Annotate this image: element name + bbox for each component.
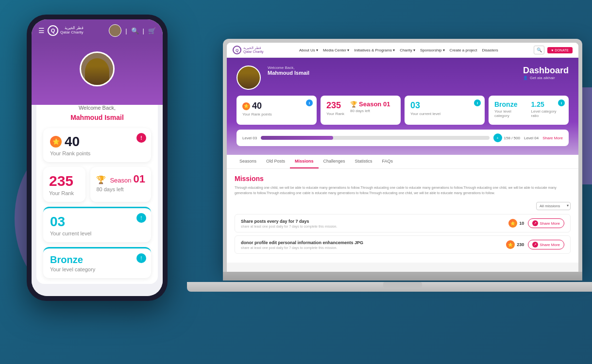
mission-1-right: ⭐ 10 ↗ Share More (508, 218, 564, 228)
level-info-badge[interactable]: ! (136, 213, 146, 223)
missions-filter: All missions Active Completed ▾ (235, 200, 571, 210)
progress-share-more[interactable]: Share More (542, 136, 563, 140)
dash-bronze-ratio-card: Bronze Your level category 1.25 Level ca… (489, 96, 569, 125)
nav-disasters[interactable]: Disasters (482, 48, 498, 52)
nav-initiatives[interactable]: Initiatives & Programs ▾ (354, 48, 395, 52)
dash-level: 03 (410, 100, 479, 111)
dashboard-user-info: Welcome Back, Mahmoud Ismail (268, 66, 309, 76)
tab-old-posts[interactable]: Old Posts (261, 155, 290, 168)
dash-season: Season 01 (359, 100, 390, 108)
dash-info-3[interactable]: i (558, 99, 565, 106)
progress-fill (261, 136, 333, 140)
progress-card: Level 03 + 158 / 500 Level 04 Share More (237, 130, 569, 146)
medal-icon: ⭐ (50, 136, 62, 148)
welcome-text: Welcome Back, (43, 105, 151, 111)
share-icon-1: ↗ (532, 220, 538, 226)
dashboard-avatar (237, 66, 261, 90)
nav-sponsorship[interactable]: Sponsorship ▾ (420, 48, 445, 52)
rank-number: 235 (49, 173, 80, 189)
mission-1-share-btn[interactable]: ↗ Share More (528, 218, 564, 228)
missions-section: Missions Through educating one child, we… (227, 169, 578, 263)
tab-statistics[interactable]: Statistics (350, 155, 377, 168)
laptop-search[interactable]: 🔍 (534, 46, 544, 54)
donate-label: DONATE (555, 49, 569, 52)
dashboard-subtitle: 👤 Get ala alkhair (523, 76, 569, 80)
phone-purple-section (32, 42, 163, 105)
dashboard-title-area: Dashboard 👤 Get ala alkhair (523, 66, 569, 80)
laptop-nav-items: About Us ▾ Media Center ▾ Initiatives & … (299, 48, 498, 52)
medal-sm-icon: ⭐ (242, 102, 250, 110)
nav-media[interactable]: Media Center ▾ (323, 48, 349, 52)
season-inner: 🏆 Season 01 (350, 100, 390, 108)
phone-header-left: ☰ Q قطر الخيرية Qatar Charity (38, 25, 84, 36)
search-icon[interactable]: 🔍 (131, 27, 139, 34)
tab-missions[interactable]: Missions (290, 155, 319, 168)
bronze-label: Your level category (50, 266, 144, 272)
points-circle-2: ⭐ (506, 240, 515, 249)
heart-icon: ♥ (551, 49, 553, 52)
info-badge[interactable]: ! (136, 133, 146, 143)
laptop-body: Q قطر الخيرية Qatar Charity About Us ▾ M… (223, 39, 582, 272)
missions-filter-select[interactable]: All missions Active Completed (536, 202, 571, 210)
laptop-logo-arabic: قطر الخيرية (243, 46, 264, 50)
laptop-logo-text: قطر الخيرية Qatar Charity (243, 46, 264, 53)
dash-info-2[interactable]: i (474, 99, 481, 106)
laptop-navbar: Q قطر الخيرية Qatar Charity About Us ▾ M… (227, 43, 578, 58)
tab-faqs[interactable]: FAQs (377, 155, 398, 168)
season-icon-dash: 🏆 (350, 101, 357, 108)
laptop-base (187, 282, 592, 292)
missions-description: Through educating one child, we will be … (235, 185, 571, 196)
missions-title: Missions (235, 175, 571, 182)
dash-subtitle-text: Get ala alkhair (530, 76, 555, 80)
mission-2-title: donor profile edit personal information … (241, 240, 506, 245)
tab-seasons[interactable]: Seasons (235, 155, 261, 168)
donate-button[interactable]: ♥ DONATE (547, 47, 573, 53)
season-card: 🏆 Season 01 80 days left (90, 167, 151, 202)
rank-card: 235 Your Rank (43, 167, 85, 202)
stat-medal-row: ⭐ 40 (242, 101, 262, 111)
tabs-container: Seasons Old Posts Missions Challenges St… (227, 155, 578, 263)
user-icon: 👤 (523, 76, 528, 80)
laptop-tabs: Seasons Old Posts Missions Challenges St… (227, 155, 578, 169)
dash-user-name: Mahmoud Ismail (268, 70, 309, 76)
bronze-ratio-inner: Bronze Your level category 1.25 Level ca… (494, 100, 563, 118)
phone-stats-area: Welcome Back, Mahmoud Ismail ⭐ 40 Your R… (36, 96, 158, 284)
season-icon: 🏆 (96, 175, 106, 184)
laptop-logo-english: Qatar Charity (243, 50, 264, 54)
dash-rank-points-label: Your Rank points (242, 112, 311, 116)
rank-sub: 235 Your Rank (326, 100, 344, 116)
nav-charity[interactable]: Charity ▾ (400, 48, 415, 52)
phone-logo: Q قطر الخيرية Qatar Charity (48, 25, 84, 36)
laptop-hinge (223, 272, 582, 281)
rank-points-card: ⭐ 40 Your Rank points ! (43, 128, 151, 162)
mission-row-1: Share posts every day for 7 days share a… (235, 214, 571, 232)
rank-label: Your Rank (49, 190, 80, 196)
mission-2-share-btn[interactable]: ↗ Share More (528, 240, 564, 249)
mission-1-subtitle: share at least one post daily for 7 days… (241, 225, 508, 228)
dashboard-header: Welcome Back, Mahmoud Ismail Dashboard 👤… (237, 66, 569, 90)
avatar-person (85, 58, 109, 85)
season-number: 01 (134, 173, 145, 185)
nav-about[interactable]: About Us ▾ (299, 48, 318, 52)
tab-challenges[interactable]: Challenges (319, 155, 350, 168)
dash-info-1[interactable]: i (306, 99, 313, 106)
laptop-logo-circle: Q (233, 46, 241, 54)
dash-bronze-label: Your level category (494, 109, 525, 118)
season-label: Season (110, 177, 131, 184)
laptop-logo: Q قطر الخيرية Qatar Charity (233, 46, 264, 54)
level-next-label: Level 04 (524, 136, 539, 140)
laptop-nav-right: 🔍 ♥ DONATE (534, 46, 573, 54)
dash-rank-season-card: 235 Your Rank 🏆 Season 01 80 days left (321, 96, 401, 125)
cart-icon[interactable]: 🛒 (148, 27, 156, 34)
laptop-mockup: Q قطر الخيرية Qatar Charity About Us ▾ M… (223, 39, 582, 306)
bronze-info-badge[interactable]: ! (136, 253, 146, 263)
bronze-sub: Bronze Your level category (494, 100, 525, 118)
progress-text: 158 / 500 (504, 136, 520, 140)
progress-count: + 158 / 500 (493, 133, 520, 142)
phone-nav-avatar[interactable] (109, 24, 121, 37)
logo-english: Qatar Charity (60, 31, 84, 35)
share-label-1: Share More (540, 221, 560, 226)
nav-divider-2: | (143, 27, 144, 34)
hamburger-icon[interactable]: ☰ (38, 27, 45, 34)
nav-create[interactable]: Create a project (450, 48, 477, 52)
